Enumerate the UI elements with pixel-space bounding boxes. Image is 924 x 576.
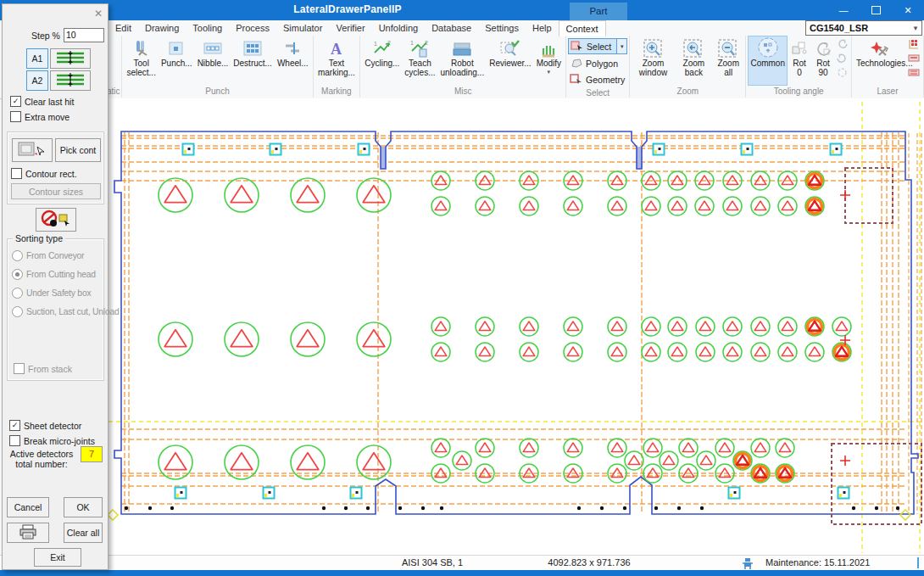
menu-verifier[interactable]: Verifier <box>329 20 371 36</box>
maximize-button[interactable] <box>860 0 892 20</box>
notch-slot <box>637 147 642 169</box>
suction-cup-small <box>723 317 742 336</box>
print-button[interactable] <box>7 523 49 543</box>
contour-sizes-button[interactable]: Contour sizes <box>11 183 101 199</box>
pick-cont-button[interactable]: Pick cont <box>55 138 101 162</box>
extra-move-checkbox[interactable]: Extra move <box>10 111 70 122</box>
menu-edit[interactable]: Edit <box>109 20 138 36</box>
modify-button[interactable]: Modify▾ <box>534 36 564 86</box>
dialog-close-icon[interactable]: ✕ <box>94 8 103 20</box>
a1-button[interactable]: A1 <box>26 48 48 69</box>
pick-rect-button[interactable] <box>12 138 53 162</box>
teach-cycles-button[interactable]: 12Teach cycles... <box>402 36 437 86</box>
menu-drawing[interactable]: Drawing <box>138 20 186 36</box>
radio-under-safety-box[interactable]: Under Safety box <box>12 283 119 302</box>
menu-tooling[interactable]: Tooling <box>186 20 229 36</box>
suction-cup-small <box>697 451 715 470</box>
text-marking-button[interactable]: AText marking... <box>315 36 359 86</box>
close-button[interactable]: ✕ <box>892 0 924 20</box>
step-input[interactable]: 10 <box>64 28 104 42</box>
suction-cup-small <box>431 439 450 457</box>
drawing-canvas[interactable] <box>108 98 924 555</box>
menu-help[interactable]: Help <box>526 20 559 36</box>
reviewer-button[interactable]: Reviewer... <box>487 36 533 86</box>
zoom-back-button[interactable]: Zoom back <box>675 36 713 86</box>
from-stack-checkbox[interactable]: From stack <box>14 363 72 374</box>
rot-90-button[interactable]: Rot 90 <box>811 36 835 86</box>
zoom-all-button[interactable]: Zoom all <box>713 36 743 86</box>
suction-cup-small <box>696 343 715 361</box>
exit-button[interactable]: Exit <box>34 548 81 567</box>
laser-row2-icon[interactable] <box>907 65 921 80</box>
destruct-button[interactable]: Destruct... <box>231 36 275 86</box>
hit-dot <box>125 506 128 510</box>
break-micro-joints-checkbox[interactable]: Break micro-joints <box>9 435 95 446</box>
select-button[interactable]: Select▾ <box>568 38 627 54</box>
nibble-button[interactable]: Nibble... <box>195 36 231 86</box>
suction-cup-large <box>159 322 192 356</box>
technologies-button[interactable]: Technologies... <box>854 36 906 86</box>
suction-triangle <box>567 201 579 210</box>
suction-triangle <box>647 443 659 452</box>
radio-from-conveyor[interactable]: From Conveyor <box>12 246 119 265</box>
cancel-button[interactable]: Cancel <box>7 497 49 517</box>
context-tab-group-part[interactable]: Part <box>570 3 627 20</box>
chevron-down-icon[interactable]: ▾ <box>548 69 551 75</box>
sheet-detector-checkbox[interactable]: ✓Sheet detector <box>9 420 81 431</box>
menu-database[interactable]: Database <box>425 20 478 36</box>
machine-selector[interactable]: CG1540_LSR ▾ <box>805 20 922 36</box>
rotate-cw-icon[interactable] <box>836 36 849 51</box>
polygon-button[interactable]: Polygon <box>568 56 627 70</box>
remove-suction-button[interactable] <box>36 208 76 232</box>
suction-triangle <box>611 443 623 452</box>
contour-rect-checkbox[interactable]: Contour rect. <box>11 168 77 179</box>
menu-settings[interactable]: Settings <box>478 20 526 36</box>
suction-cup-small <box>431 197 450 215</box>
a2-button[interactable]: A2 <box>26 70 48 91</box>
micro-joint-dot <box>276 148 278 150</box>
rotate-ccw-icon[interactable] <box>836 51 849 65</box>
common-button[interactable]: Common <box>748 36 788 86</box>
rot-0-button[interactable]: Rot 0 <box>788 36 811 86</box>
punch-icon <box>167 38 186 59</box>
micro-joint-mark <box>176 494 179 497</box>
punch-button[interactable]: Punch... <box>159 36 195 86</box>
radio-suction-last-cut-unload[interactable]: Suction, Last cut, Unload <box>12 302 119 321</box>
suction-cup-small <box>476 343 494 361</box>
suction-cup-small <box>751 197 770 215</box>
suction-triangle <box>523 176 535 185</box>
chevron-down-icon[interactable]: ▾ <box>910 24 921 32</box>
ok-button[interactable]: OK <box>64 497 103 517</box>
ribbon: Tool...AutomaticTool select...Punch...Ni… <box>81 36 924 98</box>
machine-selector-value: CG1540_LSR <box>806 23 910 33</box>
a2-align-button[interactable] <box>50 70 91 91</box>
clear-last-hit-checkbox[interactable]: ✓Clear last hit <box>10 96 74 107</box>
ribbon-group-zoom: Zoom windowZoom backZoom allZoom <box>630 36 746 98</box>
minimize-button[interactable]: — <box>827 0 860 20</box>
a1-align-button[interactable] <box>50 48 91 69</box>
geometry-button[interactable]: Geometry <box>568 72 627 87</box>
zoom-window-button[interactable]: Zoom window <box>632 36 674 86</box>
clear-all-button[interactable]: Clear all <box>64 523 103 543</box>
laser-grid-icon[interactable] <box>907 36 921 51</box>
suction-cup-small <box>476 317 494 336</box>
menu-context[interactable]: Context <box>559 20 606 36</box>
suction-cup-large <box>357 322 391 356</box>
suction-triangle <box>754 347 766 356</box>
tool-select-button[interactable]: Tool select... <box>124 36 158 86</box>
wheel-button[interactable]: Wheel... <box>275 36 311 86</box>
suction-triangle <box>645 347 657 356</box>
rotate-180-icon[interactable] <box>836 65 849 80</box>
micro-joint-mark <box>264 494 267 497</box>
laser-row-icon[interactable] <box>907 51 921 65</box>
menu-simulator[interactable]: Simulator <box>276 20 329 36</box>
suction-triangle <box>435 322 447 331</box>
suction-cup-small <box>832 317 851 336</box>
menu-process[interactable]: Process <box>229 20 276 36</box>
chevron-down-icon[interactable]: ▾ <box>616 39 626 53</box>
cycling-button[interactable]: 12Cycling... <box>362 36 402 86</box>
menu-unfolding[interactable]: Unfolding <box>372 20 425 36</box>
hit-dot <box>577 506 581 510</box>
radio-from-cutting-head[interactable]: From Cutting head <box>12 265 119 283</box>
robot-unloading-button[interactable]: Robot unloading... <box>437 36 487 86</box>
